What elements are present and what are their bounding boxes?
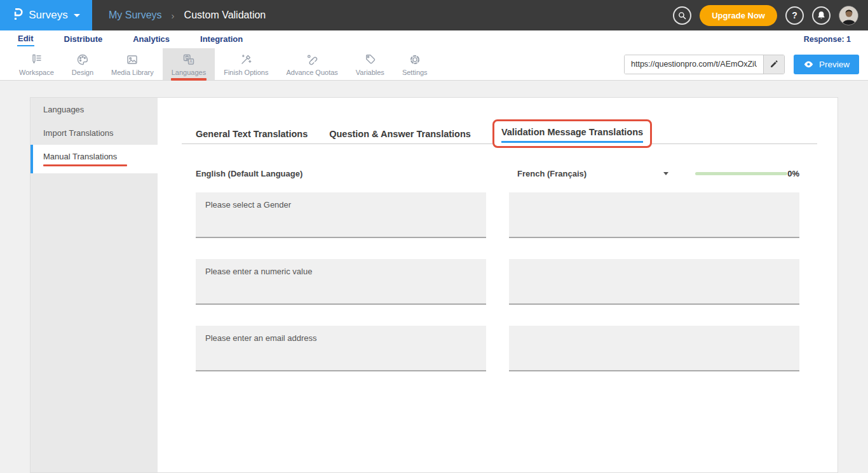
breadcrumb-current-survey: Custom Validation: [184, 10, 266, 21]
tab-validation-message-translations[interactable]: Validation Message Translations: [501, 127, 643, 143]
notifications-button[interactable]: [812, 6, 831, 25]
sidebar-item-import-translations[interactable]: Import Translations: [31, 121, 158, 145]
source-message-box: Please enter a numeric value: [196, 259, 486, 305]
variables-icon: [363, 53, 377, 67]
breadcrumb-my-surveys[interactable]: My Surveys: [109, 10, 162, 21]
toolbar-item-languages[interactable]: A Languages: [163, 48, 215, 80]
breadcrumb: My Surveys › Custom Validation: [109, 10, 266, 21]
upgrade-now-button[interactable]: Upgrade Now: [700, 5, 777, 26]
translation-columns: English (Default Language) Please select…: [196, 167, 799, 371]
edit-toolbar: Workspace Design Media Library A Languag…: [0, 48, 868, 81]
search-button[interactable]: [673, 6, 691, 25]
toolbar-label: Media Library: [111, 69, 154, 76]
edit-url-button[interactable]: [763, 55, 784, 74]
translations-main: General Text Translations Question & Ans…: [158, 98, 837, 472]
tab-question-answer-translations[interactable]: Question & Answer Translations: [329, 129, 471, 139]
target-message-input[interactable]: [509, 259, 799, 305]
eye-icon: [803, 60, 814, 69]
target-language-dropdown[interactable]: French (Français): [517, 169, 668, 178]
toolbar-label: Languages: [172, 69, 206, 76]
languages-panel: Languages Import Translations Manual Tra…: [30, 97, 838, 473]
annotation-underline: [171, 78, 207, 81]
toolbar-item-variables[interactable]: Variables: [347, 48, 393, 80]
search-icon: [677, 11, 687, 20]
sidebar-item-label: Languages: [43, 105, 84, 114]
page-body: Languages Import Translations Manual Tra…: [0, 81, 868, 473]
source-message-box: Please select a Gender: [196, 192, 486, 238]
target-message-input[interactable]: [509, 326, 799, 371]
sidebar-item-languages[interactable]: Languages: [31, 98, 158, 121]
preview-label: Preview: [819, 60, 850, 69]
toolbar-item-design[interactable]: Design: [63, 48, 102, 80]
tab-distribute[interactable]: Distribute: [64, 33, 104, 46]
svg-text:A: A: [189, 59, 193, 63]
finish-options-icon: [239, 53, 253, 67]
response-count[interactable]: Response: 1: [804, 35, 851, 44]
translations-tabs-row: General Text Translations Question & Ans…: [182, 119, 817, 148]
pencil-icon: [770, 60, 778, 69]
top-bar: Surveys My Surveys › Custom Validation U…: [0, 0, 868, 30]
questionpro-logo-icon: [12, 6, 23, 25]
tab-edit[interactable]: Edit: [17, 32, 34, 46]
toolbar-item-settings[interactable]: Settings: [393, 48, 437, 80]
survey-section-nav: Edit Distribute Analytics Integration Re…: [0, 30, 868, 48]
annotation-box: Validation Message Translations: [492, 119, 652, 148]
survey-url-group: [624, 55, 785, 74]
question-mark-icon: ?: [792, 10, 797, 20]
languages-icon: A: [182, 53, 196, 67]
toolbar-item-advance-quotas[interactable]: Advance Quotas: [277, 48, 346, 80]
sidebar-item-label: Import Translations: [43, 128, 114, 138]
tab-general-text-translations[interactable]: General Text Translations: [196, 129, 308, 139]
caret-down-icon: [663, 172, 668, 175]
translation-progress-percent: 0%: [787, 169, 799, 178]
languages-sidebar: Languages Import Translations Manual Tra…: [31, 98, 158, 472]
media-library-icon: [125, 53, 139, 67]
source-language-column: English (Default Language) Please select…: [196, 167, 486, 371]
toolbar-label: Variables: [356, 69, 384, 76]
toolbar-label: Workspace: [19, 69, 54, 76]
sidebar-item-label: Manual Translations: [43, 152, 117, 161]
target-message-input[interactable]: [509, 192, 799, 238]
top-bar-actions: Upgrade Now ?: [673, 5, 868, 26]
toolbar-item-finish-options[interactable]: Finish Options: [215, 48, 277, 80]
survey-url-input[interactable]: [625, 55, 763, 74]
surveys-menu-button[interactable]: Surveys: [0, 0, 92, 30]
user-avatar[interactable]: [839, 6, 858, 25]
target-language-label: French (Français): [517, 169, 587, 178]
settings-icon: [408, 53, 422, 67]
toolbar-item-media-library[interactable]: Media Library: [102, 48, 163, 80]
sidebar-item-manual-translations[interactable]: Manual Translations: [31, 145, 158, 173]
caret-down-icon: [74, 14, 80, 17]
tab-integration[interactable]: Integration: [200, 33, 243, 46]
toolbar-label: Advance Quotas: [286, 69, 337, 76]
preview-button[interactable]: Preview: [794, 55, 859, 74]
bell-icon: [817, 10, 826, 20]
target-language-header: French (Français) 0%: [509, 167, 799, 180]
target-language-column: French (Français) 0%: [509, 167, 799, 371]
design-icon: [76, 53, 90, 67]
tab-analytics[interactable]: Analytics: [132, 33, 170, 46]
source-message-box: Please enter an email address: [196, 326, 486, 371]
surveys-menu-label: Surveys: [29, 9, 67, 22]
breadcrumb-separator: ›: [172, 10, 175, 21]
workspace-icon: [29, 53, 43, 67]
source-language-header: English (Default Language): [196, 167, 486, 180]
toolbar-item-workspace[interactable]: Workspace: [10, 48, 63, 80]
help-button[interactable]: ?: [785, 6, 804, 25]
annotation-underline: [43, 164, 127, 166]
toolbar-right: Preview: [624, 48, 868, 80]
advance-quotas-icon: [305, 53, 319, 67]
translation-progress-bar: [695, 172, 788, 175]
toolbar-label: Settings: [402, 69, 428, 76]
toolbar-label: Finish Options: [224, 69, 268, 76]
toolbar-label: Design: [72, 69, 93, 76]
